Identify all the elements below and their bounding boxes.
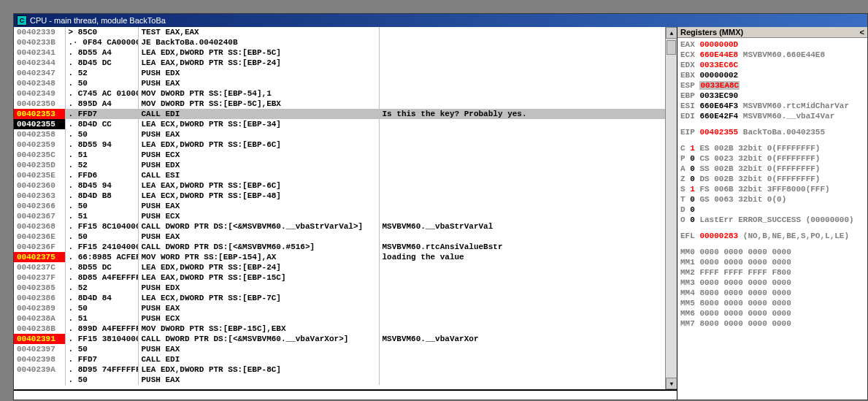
disasm-row[interactable]: 00402341. 8D55 A4LEA EDX,DWORD PTR SS:[E… xyxy=(14,47,677,58)
disasm-row[interactable]: 0040237C. 8D55 DCLEA EDX,DWORD PTR SS:[E… xyxy=(14,262,677,272)
disasm-row[interactable]: 00402360. 8D45 94LEA EAX,DWORD PTR SS:[E… xyxy=(14,180,677,191)
registers-body[interactable]: EAX 0000000DECX 660E44E8 MSVBVM60.660E44… xyxy=(677,38,867,330)
register-line[interactable]: A 0 SS 002B 32bit 0(FFFFFFFF) xyxy=(680,164,864,174)
disasm-row[interactable]: 00402397. 50PUSH EAX xyxy=(14,344,677,354)
disasm-row[interactable]: . 50PUSH EAX xyxy=(14,375,677,385)
disasm-row[interactable]: 00402339> 85C0TEST EAX,EAX xyxy=(14,27,677,37)
register-line[interactable]: MM7 8000 0000 0000 0000 xyxy=(680,318,864,329)
titlebar[interactable]: C CPU - main thread, module BackToBa xyxy=(14,14,867,27)
comment-cell xyxy=(379,88,677,99)
comment-cell xyxy=(379,37,677,47)
bytes-cell: . 50 xyxy=(65,201,138,211)
instruction-cell: LEA EDX,DWORD PTR SS:[EBP-8C] xyxy=(138,364,379,375)
scroll-down-icon[interactable]: ▼ xyxy=(666,378,677,389)
instruction-cell: CALL ESI xyxy=(138,170,379,180)
instruction-cell: CALL DWORD PTR DS:[<&MSVBVM60.__vbaStrVa… xyxy=(138,221,379,232)
register-line[interactable]: EBP 0033EC90 xyxy=(680,91,864,101)
register-line[interactable]: MM3 0000 0000 0000 0000 xyxy=(680,278,864,288)
bytes-cell: . 66:8985 ACFEF xyxy=(65,252,138,262)
register-line[interactable]: T 0 GS 0063 32bit 0(0) xyxy=(680,194,864,205)
address-cell: 0040237F xyxy=(14,272,65,283)
register-line[interactable]: EFL 00000283 (NO,B,NE,BE,S,PO,L,LE) xyxy=(680,231,864,241)
comment-cell: MSVBVM60.rtcAnsiValueBstr xyxy=(379,242,677,252)
disasm-row[interactable]: 00402386. 8D4D 84LEA ECX,DWORD PTR SS:[E… xyxy=(14,293,677,303)
bytes-cell: . 8D4D B8 xyxy=(65,191,138,201)
bytes-cell: . 8D45 94 xyxy=(65,180,138,191)
register-line[interactable]: Z 0 DS 002B 32bit 0(FFFFFFFF) xyxy=(680,174,864,184)
instruction-cell: LEA EAX,DWORD PTR SS:[EBP-15C] xyxy=(138,272,379,283)
window-title: CPU - main thread, module BackToBa xyxy=(30,16,166,25)
register-line[interactable]: MM6 0000 0000 0000 0000 xyxy=(680,308,864,318)
disasm-row[interactable]: 0040236E. 50PUSH EAX xyxy=(14,232,677,242)
disasm-row[interactable]: 00402359. 8D55 94LEA EDX,DWORD PTR SS:[E… xyxy=(14,140,677,150)
instruction-cell: CALL EDI xyxy=(138,109,379,119)
disasm-row[interactable]: 00402350. 895D A4MOV DWORD PTR SS:[EBP-5… xyxy=(14,99,677,109)
register-line[interactable]: EDI 660E42F4 MSVBVM60.__vbaI4Var xyxy=(680,111,864,121)
bytes-cell: > 85C0 xyxy=(65,27,138,37)
disasm-row[interactable]: 0040235C. 51PUSH ECX xyxy=(14,150,677,160)
register-line[interactable]: EDX 0033EC6C xyxy=(680,60,864,70)
address-cell: 00402350 xyxy=(14,99,65,109)
comment-cell xyxy=(379,58,677,68)
disasm-row[interactable]: 00402367. 51PUSH ECX xyxy=(14,211,677,221)
register-line[interactable]: MM1 0000 0000 0000 0000 xyxy=(680,257,864,267)
disasm-row[interactable]: 00402358. 50PUSH EAX xyxy=(14,129,677,140)
register-line[interactable]: EIP 00402355 BackToBa.00402355 xyxy=(680,127,864,137)
disasm-row[interactable]: 00402398. FFD7CALL EDI xyxy=(14,354,677,364)
disasm-row[interactable]: 0040238A. 51PUSH ECX xyxy=(14,313,677,324)
instruction-cell: MOV DWORD PTR SS:[EBP-5C],EBX xyxy=(138,99,379,109)
scroll-up-icon[interactable]: ▲ xyxy=(666,27,677,39)
instruction-cell: CALL EDI xyxy=(138,354,379,364)
register-line[interactable]: ESP 0033EA8C xyxy=(680,80,864,91)
address-cell: 00402397 xyxy=(14,344,65,354)
disasm-row[interactable]: 00402389. 50PUSH EAX xyxy=(14,303,677,313)
bytes-cell: . 50 xyxy=(65,78,138,88)
disasm-row[interactable]: 0040236F. FF15 24104000CALL DWORD PTR DS… xyxy=(14,242,677,252)
disasm-row[interactable]: 0040233B.∙ 0F84 CA000000JE BackToBa.0040… xyxy=(14,37,677,47)
register-line[interactable]: MM0 0000 0000 0000 0000 xyxy=(680,247,864,257)
disasm-row[interactable]: 00402349. C745 AC 01000MOV DWORD PTR SS:… xyxy=(14,88,677,99)
register-line[interactable]: S 1 FS 006B 32bit 3FFF8000(FFF) xyxy=(680,184,864,194)
instruction-cell: PUSH EAX xyxy=(138,129,379,140)
disasm-row[interactable]: 00402368. FF15 8C104000CALL DWORD PTR DS… xyxy=(14,221,677,232)
register-line[interactable]: MM2 FFFF FFFF FFFF F800 xyxy=(680,267,864,278)
disasm-row[interactable]: 00402344. 8D45 DCLEA EAX,DWORD PTR SS:[E… xyxy=(14,58,677,68)
address-cell: 00402389 xyxy=(14,303,65,313)
register-line[interactable]: EBX 00000002 xyxy=(680,70,864,80)
register-line[interactable]: ECX 660E44E8 MSVBVM60.660E44E8 xyxy=(680,50,864,60)
instruction-cell: LEA ECX,DWORD PTR SS:[EBP-48] xyxy=(138,191,379,201)
register-line[interactable]: EAX 0000000D xyxy=(680,39,864,50)
disasm-row[interactable]: 00402363. 8D4D B8LEA ECX,DWORD PTR SS:[E… xyxy=(14,191,677,201)
disasm-row[interactable]: 00402347. 52PUSH EDX xyxy=(14,68,677,78)
disasm-row[interactable]: 00402353. FFD7CALL EDIIs this the key? P… xyxy=(14,109,677,119)
register-line[interactable]: MM4 8000 0000 0000 0000 xyxy=(680,288,864,298)
collapse-icon[interactable]: < xyxy=(860,28,864,37)
vertical-scrollbar[interactable]: ▲ ▼ xyxy=(665,27,677,389)
scroll-thumb[interactable] xyxy=(667,40,676,55)
registers-header[interactable]: Registers (MMX) < xyxy=(677,27,867,38)
disasm-row[interactable]: 0040235D. 52PUSH EDX xyxy=(14,160,677,170)
disasm-row[interactable]: 00402391. FF15 38104000CALL DWORD PTR DS… xyxy=(14,334,677,344)
disasm-row[interactable]: 00402348. 50PUSH EAX xyxy=(14,78,677,88)
register-line[interactable]: C 1 ES 002B 32bit 0(FFFFFFFF) xyxy=(680,143,864,153)
disasm-row[interactable]: 00402366. 50PUSH EAX xyxy=(14,201,677,211)
address-cell xyxy=(14,375,65,385)
disasm-row[interactable]: 00402375. 66:8985 ACFEFMOV WORD PTR SS:[… xyxy=(14,252,677,262)
instruction-cell: PUSH EAX xyxy=(138,78,379,88)
disasm-row[interactable]: 0040239A. 8D95 74FFFFFFLEA EDX,DWORD PTR… xyxy=(14,364,677,375)
disasm-row[interactable]: 00402355. 8D4D CCLEA ECX,DWORD PTR SS:[E… xyxy=(14,119,677,129)
register-line[interactable]: P 0 CS 0023 32bit 0(FFFFFFFF) xyxy=(680,153,864,164)
disasm-row[interactable]: 0040238B. 899D A4FEFFFFMOV DWORD PTR SS:… xyxy=(14,324,677,334)
address-cell: 00402349 xyxy=(14,88,65,99)
disassembly-table[interactable]: 00402339> 85C0TEST EAX,EAX0040233B.∙ 0F8… xyxy=(14,27,677,385)
register-line[interactable]: MM5 8000 0000 0000 0000 xyxy=(680,298,864,308)
register-line[interactable]: D 0 xyxy=(680,205,864,215)
disasm-row[interactable]: 0040235E. FFD6CALL ESI xyxy=(14,170,677,180)
disasm-row[interactable]: 0040237F. 8D85 A4FEFFFFLEA EAX,DWORD PTR… xyxy=(14,272,677,283)
instruction-cell: PUSH EDX xyxy=(138,283,379,293)
register-line[interactable]: ESI 660E64F3 MSVBVM60.rtcMidCharVar xyxy=(680,101,864,111)
bytes-cell: . 8D4D CC xyxy=(65,119,138,129)
disasm-row[interactable]: 00402385. 52PUSH EDX xyxy=(14,283,677,293)
register-line[interactable]: O 0 LastErr ERROR_SUCCESS (00000000) xyxy=(680,215,864,225)
instruction-cell: LEA EDX,DWORD PTR SS:[EBP-24] xyxy=(138,262,379,272)
